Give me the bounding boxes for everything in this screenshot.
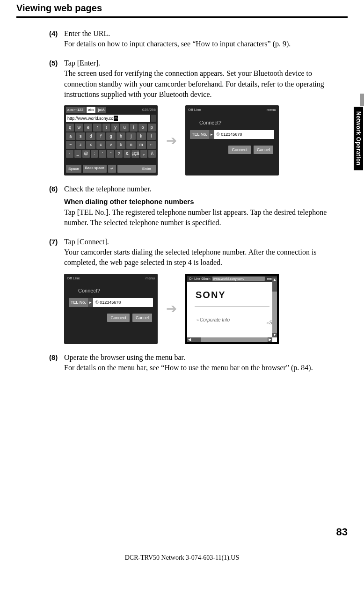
key-x[interactable]: x: [86, 141, 95, 149]
tel-value-2: ① 012345678: [93, 298, 153, 307]
scroll-up-icon[interactable]: ▲: [272, 278, 277, 282]
sony-divider: [195, 306, 269, 307]
key-dash[interactable]: -: [66, 150, 73, 158]
kb-url-sidebtn[interactable]: [151, 115, 156, 122]
key-at[interactable]: @: [82, 150, 90, 158]
cancel-button-2[interactable]: Cancel: [132, 314, 152, 322]
key-apos[interactable]: ': [99, 150, 106, 158]
side-gray-bar: [360, 94, 364, 106]
connect-button-1[interactable]: Connect: [228, 146, 251, 154]
kb-url-text: http://www.world.sony.co: [67, 116, 113, 122]
key-e[interactable]: e: [84, 124, 92, 132]
kb-url-caret: m: [114, 116, 118, 121]
key-qmark[interactable]: ?: [115, 150, 123, 158]
tel-no-button-2[interactable]: TEL No.: [69, 298, 88, 307]
key-t[interactable]: t: [102, 124, 110, 132]
key-y[interactable]: y: [111, 124, 119, 132]
key-accents[interactable]: çÇß: [131, 150, 139, 158]
return-button[interactable]: ↵: [108, 165, 116, 173]
browser-url[interactable]: www.world.sony.com/: [212, 277, 265, 281]
key-c[interactable]: c: [96, 141, 106, 149]
step-7: (7) Tap [Connect]. Your camcorder starts…: [49, 237, 343, 344]
step-4-rest: For details on how to input characters, …: [64, 39, 343, 49]
vscroll-thumb[interactable]: [272, 282, 277, 292]
key-k[interactable]: k: [137, 132, 146, 140]
key-z[interactable]: z: [76, 141, 86, 149]
connect-question-2: Connect?: [64, 283, 158, 296]
key-d[interactable]: d: [86, 132, 95, 140]
step-8-first-line: Operate the browser using the menu bar.: [64, 352, 185, 363]
tel-arrow-1[interactable]: ▸: [209, 130, 214, 139]
menu-label-1[interactable]: menu: [267, 107, 276, 112]
step-8: (8) Operate the browser using the menu b…: [49, 352, 343, 373]
kb-mode-tab-1[interactable]: abc↔123:: [66, 107, 86, 113]
kb-url-field[interactable]: http://www.world.sony.com: [66, 115, 150, 123]
key-g[interactable]: g: [106, 132, 116, 140]
connect-screen-2: Off Line menu Connect? TEL No. ▸ ① 01234…: [64, 274, 158, 344]
key-f[interactable]: f: [96, 132, 106, 140]
page-title: Viewing web pages: [16, 0, 348, 14]
browser-screen: On Line 00min www.world.sony.com/ menu S…: [185, 274, 279, 344]
key-j[interactable]: j: [126, 132, 136, 140]
key-a[interactable]: a: [66, 132, 75, 140]
key-q[interactable]: q: [66, 124, 74, 132]
kb-mode-tab-3[interactable]: [a/A: [96, 107, 106, 113]
enter-button[interactable]: Enter: [117, 165, 156, 173]
scroll-right-icon[interactable]: ▶: [268, 337, 272, 342]
key-u[interactable]: u: [120, 124, 128, 132]
scroll-left-icon[interactable]: ◀: [187, 337, 192, 342]
key-amp[interactable]: &: [124, 150, 131, 158]
key-i[interactable]: i: [130, 124, 138, 132]
step-7-number: (7): [49, 237, 63, 247]
key-o[interactable]: o: [138, 124, 146, 132]
key-s[interactable]: s: [76, 132, 86, 140]
key-punct[interactable]: ,.: [140, 150, 148, 158]
arrow-2-icon: ➔: [166, 300, 177, 318]
title-rule: [16, 16, 348, 18]
side-tab: Network Operation: [354, 107, 363, 170]
footer-text: DCR-TRV50 Network 3-074-603-11(1).US: [0, 554, 364, 562]
key-l[interactable]: l: [147, 132, 156, 140]
connect-question-1: Connect?: [185, 115, 279, 128]
space-button[interactable]: Space: [66, 165, 81, 173]
key-slashes[interactable]: /\: [148, 150, 156, 158]
step-5-first-line: Tap [Enter].: [64, 58, 100, 68]
connect-button-2[interactable]: Connect: [107, 314, 130, 322]
vertical-scrollbar[interactable]: [272, 282, 277, 336]
key-tilde[interactable]: ~: [66, 141, 75, 149]
horizontal-scrollbar[interactable]: [187, 337, 272, 342]
step-4-number: (4): [49, 29, 63, 38]
connect-screen-1: Off Line menu Connect? TEL No. ▸ ① 01234…: [185, 105, 279, 175]
sony-logo: SONY: [196, 288, 277, 301]
step-8-rest: For details on the menu bar, see “How to…: [64, 363, 343, 373]
arrow-1-icon: ➔: [166, 132, 177, 150]
status-offline-2: Off Line: [67, 276, 80, 281]
tel-no-button-1[interactable]: TEL No.: [190, 130, 209, 139]
menu-label-2[interactable]: menu: [146, 276, 155, 281]
key-quote[interactable]: ": [107, 150, 115, 158]
key-n[interactable]: n: [126, 141, 136, 149]
key-underscore[interactable]: _: [74, 150, 82, 158]
status-online: On Line 00min: [189, 277, 211, 281]
link-2-text: S: [269, 320, 272, 325]
cancel-button-1[interactable]: Cancel: [254, 146, 273, 154]
key-v[interactable]: v: [106, 141, 116, 149]
key-p[interactable]: p: [148, 124, 156, 132]
key-bksp-arrow[interactable]: ←: [147, 141, 156, 149]
key-w[interactable]: w: [75, 124, 83, 132]
backspace-button[interactable]: Back space: [83, 165, 107, 173]
corporate-info-text: Corporate Info: [200, 317, 230, 323]
key-colon[interactable]: :: [91, 150, 98, 158]
key-b[interactable]: b: [116, 141, 126, 149]
link-2[interactable]: » S: [267, 320, 272, 326]
kb-char-count: 025/256: [142, 107, 156, 112]
key-m[interactable]: m: [137, 141, 146, 149]
key-h[interactable]: h: [116, 132, 126, 140]
key-r[interactable]: r: [93, 124, 101, 132]
step-6-number: (6): [49, 184, 63, 194]
step-5-number: (5): [49, 58, 63, 68]
tel-arrow-2[interactable]: ▸: [88, 298, 93, 307]
scroll-down-icon[interactable]: ▼: [272, 333, 277, 337]
corporate-info-link[interactable]: » Corporate Info: [197, 317, 277, 323]
kb-mode-tab-2[interactable]: abc: [87, 107, 95, 113]
